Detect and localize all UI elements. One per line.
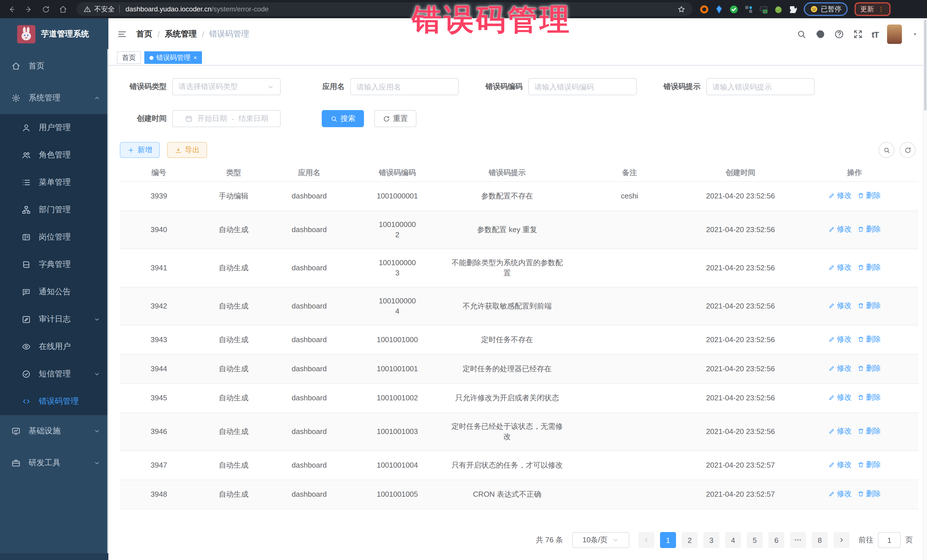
error-msg-input[interactable] bbox=[706, 78, 815, 95]
sidebar-item-通知公告[interactable]: 通知公告 bbox=[0, 278, 108, 306]
cell-time: 2021-04-20 23:52:56 bbox=[690, 325, 791, 354]
sidebar-logo-row[interactable]: 芋道管理系统 bbox=[0, 18, 108, 50]
ext-on-toggle-icon[interactable]: on bbox=[759, 4, 768, 14]
pager-ellipsis[interactable]: ••• bbox=[790, 532, 806, 548]
cell-app: dashboard bbox=[269, 413, 349, 451]
close-tag-icon[interactable]: × bbox=[193, 55, 197, 61]
reload-icon[interactable] bbox=[39, 2, 53, 16]
sidebar-item-短信管理[interactable]: 短信管理 bbox=[0, 360, 108, 388]
sidebar-collapse-bar[interactable] bbox=[0, 553, 108, 560]
edit-link[interactable]: 修改 bbox=[828, 334, 852, 344]
delete-link[interactable]: 删除 bbox=[857, 224, 881, 234]
home-icon[interactable] bbox=[56, 2, 70, 16]
pager-page-2[interactable]: 2 bbox=[682, 532, 698, 548]
ext-grid-diamond-icon[interactable] bbox=[744, 4, 754, 14]
sidebar-item-研发工具[interactable]: 研发工具 bbox=[0, 447, 108, 479]
delete-link[interactable]: 删除 bbox=[857, 334, 881, 344]
goto-page-input[interactable] bbox=[878, 532, 901, 548]
edit-link[interactable]: 修改 bbox=[828, 426, 852, 436]
sidebar-item-用户管理[interactable]: 用户管理 bbox=[0, 114, 108, 141]
browser-update-button[interactable]: 更新 bbox=[854, 2, 891, 16]
delete-link[interactable]: 删除 bbox=[857, 190, 881, 201]
error-code-input[interactable] bbox=[528, 78, 637, 95]
search-icon[interactable] bbox=[796, 29, 807, 39]
prev-page-button[interactable] bbox=[638, 532, 654, 548]
ext-green-check-icon[interactable] bbox=[729, 4, 739, 14]
window-scrollbar[interactable] bbox=[923, 18, 927, 560]
address-bar[interactable]: 不安全 dashboard.yudao.iocoder.cn /system/e… bbox=[76, 2, 693, 16]
toggle-search-button[interactable] bbox=[878, 142, 895, 158]
error-type-select[interactable]: 请选择错误码类型 bbox=[172, 78, 281, 95]
pager-page-5[interactable]: 5 bbox=[747, 532, 763, 548]
pager-page-6[interactable]: 6 bbox=[768, 532, 784, 548]
sidebar-item-基础设施[interactable]: 基础设施 bbox=[0, 415, 108, 447]
edit-link[interactable]: 修改 bbox=[828, 190, 852, 201]
github-icon[interactable] bbox=[815, 29, 825, 39]
breadcrumb-system[interactable]: 系统管理 bbox=[165, 29, 197, 39]
pencil-icon bbox=[828, 461, 835, 468]
tag-home[interactable]: 首页 bbox=[117, 51, 141, 64]
fontsize-icon[interactable]: tT bbox=[872, 29, 878, 39]
sidebar-item-字典管理[interactable]: 字典管理 bbox=[0, 251, 108, 278]
code-icon bbox=[22, 397, 31, 406]
delete-link[interactable]: 删除 bbox=[857, 363, 881, 373]
menu-icon bbox=[22, 178, 31, 187]
pager-page-3[interactable]: 3 bbox=[704, 532, 719, 548]
main-area: 首页 / 系统管理 / 错误码管理 tT 首页 错误码管 bbox=[108, 18, 927, 560]
cell-code: 1001001000 bbox=[349, 325, 445, 354]
reset-button[interactable]: 重置 bbox=[374, 110, 416, 127]
bookmark-star-icon[interactable] bbox=[677, 5, 686, 14]
delete-link[interactable]: 删除 bbox=[857, 300, 881, 311]
forward-icon[interactable] bbox=[22, 2, 35, 16]
profile-paused-badge[interactable]: 已暂停 bbox=[804, 2, 848, 16]
add-button[interactable]: 新增 bbox=[120, 142, 160, 158]
question-icon[interactable] bbox=[834, 29, 844, 39]
edit-link[interactable]: 修改 bbox=[828, 392, 852, 403]
sidebar-item-审计日志[interactable]: 审计日志 bbox=[0, 306, 108, 333]
page-size-select[interactable]: 10条/页 bbox=[572, 532, 629, 548]
cell-id: 3942 bbox=[120, 287, 198, 325]
ext-blue-gem-icon[interactable] bbox=[714, 4, 724, 14]
edit-link[interactable]: 修改 bbox=[828, 460, 852, 470]
sidebar-item-部门管理[interactable]: 部门管理 bbox=[0, 196, 108, 223]
pager-page-4[interactable]: 4 bbox=[725, 532, 741, 548]
sidebar-item-系统管理[interactable]: 系统管理 bbox=[0, 82, 108, 114]
ext-orange-ring-icon[interactable] bbox=[699, 4, 709, 14]
delete-link[interactable]: 删除 bbox=[857, 460, 881, 470]
edit-link[interactable]: 修改 bbox=[828, 224, 852, 234]
delete-link[interactable]: 删除 bbox=[857, 426, 881, 436]
hamburger-icon[interactable] bbox=[117, 29, 127, 39]
app-name-input[interactable] bbox=[350, 78, 459, 95]
back-icon[interactable] bbox=[5, 2, 18, 16]
edit-link[interactable]: 修改 bbox=[828, 363, 852, 373]
tag-error-code[interactable]: 错误码管理 × bbox=[144, 51, 202, 64]
export-button[interactable]: 导出 bbox=[167, 142, 207, 158]
avatar[interactable] bbox=[887, 24, 902, 44]
pager-page-8[interactable]: 8 bbox=[812, 532, 828, 548]
search-button[interactable]: 搜索 bbox=[322, 110, 364, 127]
pager-page-1[interactable]: 1 bbox=[660, 532, 676, 548]
edit-link[interactable]: 修改 bbox=[828, 300, 852, 311]
scrollbar-thumb[interactable] bbox=[924, 20, 926, 111]
sidebar-item-菜单管理[interactable]: 菜单管理 bbox=[0, 169, 108, 196]
refresh-table-button[interactable] bbox=[900, 142, 916, 158]
date-range-picker[interactable]: 开始日期 - 结束日期 bbox=[172, 110, 281, 127]
ext-green-bird-icon[interactable] bbox=[774, 4, 783, 14]
sidebar-item-岗位管理[interactable]: 岗位管理 bbox=[0, 223, 108, 251]
edit-link[interactable]: 修改 bbox=[828, 489, 852, 499]
delete-link[interactable]: 删除 bbox=[857, 262, 881, 273]
sidebar-item-在线用户[interactable]: 在线用户 bbox=[0, 333, 108, 360]
sidebar-item-首页[interactable]: 首页 bbox=[0, 50, 108, 82]
edit-link[interactable]: 修改 bbox=[828, 262, 852, 273]
delete-link[interactable]: 删除 bbox=[857, 489, 881, 499]
next-page-button[interactable] bbox=[833, 532, 849, 548]
caret-down-icon[interactable] bbox=[912, 31, 918, 38]
sidebar-item-错误码管理[interactable]: 错误码管理 bbox=[0, 388, 108, 415]
kebab-menu-icon[interactable] bbox=[877, 5, 885, 13]
delete-link[interactable]: 删除 bbox=[857, 392, 881, 403]
sidebar-item-角色管理[interactable]: 角色管理 bbox=[0, 141, 108, 169]
ext-puzzle-icon[interactable] bbox=[789, 4, 798, 14]
breadcrumb-home[interactable]: 首页 bbox=[136, 29, 152, 39]
refresh-icon bbox=[383, 115, 390, 122]
fullscreen-icon[interactable] bbox=[853, 29, 863, 39]
